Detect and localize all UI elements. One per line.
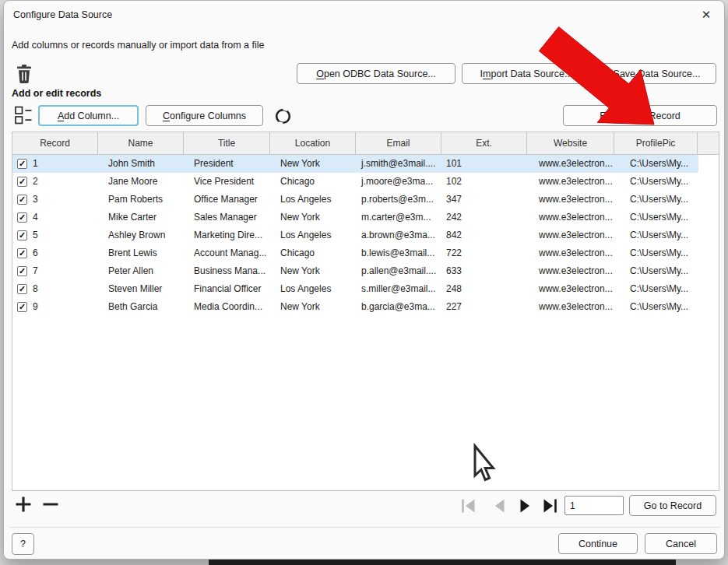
cell-name: Jane Moore [98,173,184,191]
record-checkbox[interactable]: ✓ [17,302,27,312]
save-data-source-button[interactable]: Save Data Source... [597,63,716,84]
column-header-location[interactable]: Location [270,132,356,155]
column-header-profilepic[interactable]: ProfilePic [614,132,698,155]
column-header-title[interactable]: Title [184,132,270,155]
add-column-key: A [58,111,64,121]
cell-ext: 101 [441,155,527,173]
cell-email: j.smith@e3mail.... [356,155,441,173]
cell-name: Beth Garcia [98,298,184,316]
cell-ext: 248 [441,280,527,298]
intro-text: Add columns or records manually or impor… [12,40,264,51]
column-header-email[interactable]: Email [356,132,441,155]
column-header-website[interactable]: Website [527,132,614,155]
edit-single-record-button[interactable]: Edit Single Record [563,105,717,126]
record-number: 1 [33,155,38,173]
cell-title: Vice President [184,173,270,191]
cell-record: ✓9 [12,298,98,316]
table-row[interactable]: ✓2Jane MooreVice PresidentChicagoj.moore… [12,173,698,191]
cell-title: Media Coordin... [184,298,270,316]
close-glyph: ✕ [702,8,712,22]
add-column-post: dd Column... [64,111,119,121]
cell-location: Chicago [270,244,356,262]
continue-button[interactable]: Continue [558,533,638,554]
cell-record: ✓7 [12,262,98,280]
record-checkbox[interactable]: ✓ [17,212,27,223]
column-header-name[interactable]: Name [98,132,184,155]
cell-location: Chicago [270,173,356,191]
cancel-button[interactable]: Cancel [645,533,717,554]
record-checkbox[interactable]: ✓ [17,284,27,294]
table-header-row: RecordNameTitleLocationEmailExt.WebsiteP… [12,132,719,155]
help-button[interactable]: ? [12,533,34,555]
cell-email: p.roberts@e3m... [356,191,441,209]
refresh-icon[interactable] [274,107,292,125]
record-number: 4 [33,209,38,226]
cell-website: www.e3electron... [527,298,614,316]
previous-record-icon[interactable] [490,496,510,516]
cell-name: Peter Allen [98,262,184,280]
import-post: port Data Source... [491,68,572,79]
record-number: 8 [33,280,38,298]
footer-divider [9,527,721,528]
record-checkbox[interactable]: ✓ [17,195,27,205]
record-checkbox[interactable]: ✓ [17,248,27,258]
cell-name: Brent Lewis [98,244,184,262]
cell-website: www.e3electron... [527,226,614,244]
cell-website: www.e3electron... [527,244,614,262]
configure-columns-post: onfigure Columns [170,111,246,121]
record-number: 5 [33,226,38,244]
record-checkbox[interactable]: ✓ [17,159,27,169]
import-data-source-button[interactable]: Import Data Source... [462,63,591,84]
close-icon[interactable]: ✕ [694,5,719,24]
go-to-record-button[interactable]: Go to Record [629,495,716,516]
open-odbc-button[interactable]: Open ODBC Data Source... [297,63,455,84]
cancel-label: Cancel [666,539,696,549]
record-checkbox[interactable]: ✓ [17,266,27,276]
add-record-plus-icon[interactable] [13,494,33,514]
cell-ext: 842 [441,226,527,244]
edit-single-key: E [600,111,606,121]
table-row[interactable]: ✓9Beth GarciaMedia Coordin...New Yorkb.g… [12,298,698,316]
cell-website: www.e3electron... [527,209,614,226]
column-header-ext[interactable]: Ext. [441,132,527,155]
configure-columns-button[interactable]: Configure Columns [146,105,263,126]
record-checkbox[interactable]: ✓ [17,177,27,187]
cell-title: President [184,155,270,173]
cell-email: a.brown@e3ma... [356,226,441,244]
delete-trash-icon[interactable] [15,64,33,84]
cell-name: Pam Roberts [98,191,184,209]
cell-name: Mike Carter [98,209,184,226]
table-row[interactable]: ✓3Pam RobertsOffice ManagerLos Angelesp.… [12,191,698,209]
cell-location: New York [270,155,356,173]
cell-record: ✓2 [12,173,98,191]
table-row[interactable]: ✓5Ashley BrownMarketing Dire...Los Angel… [12,226,698,244]
cell-email: b.lewis@e3mail... [356,244,441,262]
record-number-input[interactable] [564,496,624,515]
table-row[interactable]: ✓6Brent LewisAccount Manag...Chicagob.le… [12,244,698,262]
last-record-icon[interactable] [540,496,560,516]
edit-single-post: dit Single Record [607,111,681,121]
record-number: 9 [33,298,38,316]
cell-name: Ashley Brown [98,226,184,244]
cell-profilepic: C:\Users\My... [614,244,698,262]
cell-profilepic: C:\Users\My... [614,280,698,298]
cell-ext: 347 [441,191,527,209]
column-header-filler [698,132,719,155]
record-checkbox[interactable]: ✓ [17,230,27,240]
first-record-icon[interactable] [459,496,479,516]
add-column-button[interactable]: Add Column... [38,105,139,126]
field-list-icon [14,105,34,125]
cell-website: www.e3electron... [527,280,614,298]
cell-profilepic: C:\Users\My... [614,191,698,209]
configure-columns-key: C [163,111,170,121]
next-record-icon[interactable] [515,496,535,516]
cell-location: Los Angeles [270,226,356,244]
column-header-record[interactable]: Record [12,132,98,155]
table-row[interactable]: ✓7Peter AllenBusiness Mana...New Yorkp.a… [12,262,698,280]
cell-location: New York [270,209,356,226]
table-row[interactable]: ✓4Mike CarterSales ManagerNew Yorkm.cart… [12,209,698,226]
table-row[interactable]: ✓8Steven MillerFinancial OfficerLos Ange… [12,280,698,298]
table-row[interactable]: ✓1John SmithPresidentNew Yorkj.smith@e3m… [12,155,698,173]
save-key: S [614,68,620,79]
remove-record-minus-icon[interactable] [40,494,61,514]
